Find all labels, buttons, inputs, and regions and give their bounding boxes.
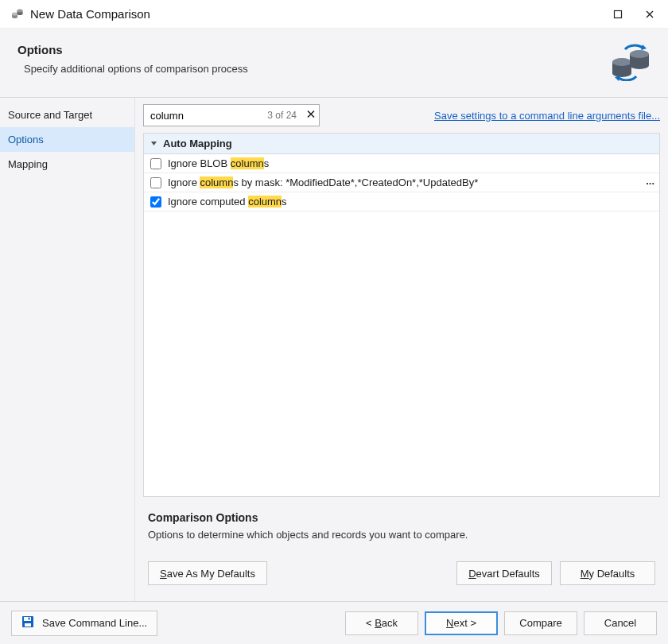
- my-defaults-button[interactable]: My Defaults: [560, 561, 655, 585]
- page-subtitle: Specify additional options of comparison…: [24, 63, 608, 75]
- sidebar-item-options[interactable]: Options: [0, 127, 134, 152]
- svg-marker-15: [151, 142, 157, 145]
- search-field-wrapper: 3 of 24: [143, 104, 320, 126]
- sidebar-item-label: Options: [8, 134, 44, 145]
- back-button[interactable]: < Back: [345, 611, 418, 635]
- save-as-my-defaults-button[interactable]: Save As My Defaults: [148, 561, 267, 585]
- search-input[interactable]: [149, 109, 232, 122]
- sidebar-item-source-target[interactable]: Source and Target: [0, 103, 134, 127]
- svg-rect-6: [615, 10, 622, 17]
- option-label: Ignore columns by mask: *ModifiedDate*,*…: [168, 177, 478, 188]
- svg-point-12: [630, 50, 649, 58]
- search-clear-icon[interactable]: [306, 110, 316, 122]
- wizard-header: Options Specify additional options of co…: [0, 29, 668, 98]
- cancel-button[interactable]: Cancel: [584, 611, 657, 635]
- option-description: Comparison Options Options to determine …: [143, 497, 660, 549]
- svg-rect-17: [24, 617, 31, 621]
- search-result-count: 3 of 24: [267, 110, 297, 121]
- svg-rect-18: [25, 623, 31, 627]
- button-label: Save Command Line...: [42, 617, 147, 629]
- comparison-icon: [608, 43, 652, 81]
- svg-point-5: [17, 9, 23, 12]
- save-command-line-button[interactable]: Save Command Line...: [11, 611, 157, 636]
- mask-edit-button[interactable]: ···: [646, 177, 654, 188]
- group-header-auto-mapping[interactable]: Auto Mapping: [144, 134, 659, 154]
- collapse-icon: [150, 138, 158, 149]
- compare-button[interactable]: Compare: [504, 611, 577, 635]
- window-title: New Data Comparison: [30, 7, 612, 21]
- options-list: Auto Mapping Ignore BLOB columns Ignore …: [143, 133, 660, 497]
- svg-marker-14: [615, 76, 620, 81]
- svg-point-2: [12, 12, 17, 15]
- group-title: Auto Mapping: [163, 138, 232, 149]
- sidebar-item-mapping[interactable]: Mapping: [0, 152, 134, 177]
- option-row[interactable]: Ignore BLOB columns: [144, 154, 659, 173]
- option-checkbox[interactable]: [150, 177, 161, 188]
- save-settings-link[interactable]: Save settings to a command line argument…: [434, 110, 660, 122]
- titlebar: New Data Comparison: [0, 0, 668, 29]
- description-text: Options to determine which objects and r…: [148, 529, 655, 541]
- description-title: Comparison Options: [148, 511, 655, 524]
- option-checkbox[interactable]: [150, 158, 161, 169]
- close-button[interactable]: [644, 9, 655, 20]
- page-heading: Options: [17, 43, 608, 56]
- option-row[interactable]: Ignore columns by mask: *ModifiedDate*,*…: [144, 173, 659, 192]
- option-label: Ignore BLOB columns: [168, 157, 269, 169]
- app-icon: [11, 8, 24, 21]
- option-row[interactable]: Ignore computed columns: [144, 192, 659, 211]
- svg-marker-13: [641, 45, 647, 50]
- devart-defaults-button[interactable]: Devart Defaults: [456, 561, 552, 585]
- option-checkbox[interactable]: [150, 196, 161, 208]
- wizard-footer: Save Command Line... < Back Next > Compa…: [0, 601, 668, 644]
- svg-point-9: [612, 58, 631, 66]
- save-icon: [21, 615, 34, 630]
- wizard-steps-sidebar: Source and Target Options Mapping: [0, 98, 135, 601]
- sidebar-item-label: Mapping: [8, 158, 48, 170]
- next-button[interactable]: Next >: [425, 611, 498, 635]
- maximize-button[interactable]: [612, 9, 623, 20]
- option-label: Ignore computed columns: [168, 196, 287, 208]
- svg-rect-19: [29, 618, 30, 620]
- sidebar-item-label: Source and Target: [8, 109, 92, 121]
